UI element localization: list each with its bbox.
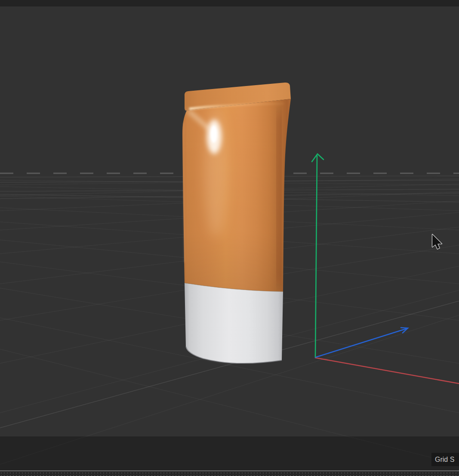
grid-status-tooltip: Grid S bbox=[431, 453, 459, 466]
y-axis bbox=[312, 154, 323, 357]
tube-body-shading bbox=[182, 99, 291, 292]
timeline-ruler[interactable] bbox=[0, 470, 459, 476]
world-axes bbox=[312, 154, 459, 384]
safe-frame-dim-region bbox=[0, 436, 459, 470]
x-axis bbox=[315, 358, 459, 384]
tube-cap bbox=[185, 283, 283, 363]
viewport[interactable] bbox=[0, 0, 459, 476]
3d-app-window: { "window": { "top_bar_color": "#232323"… bbox=[0, 0, 459, 476]
timeline-tick-dots bbox=[1, 473, 459, 473]
timeline-separator bbox=[0, 470, 459, 471]
grid-status-label: Grid S bbox=[435, 456, 454, 463]
top-bar bbox=[0, 0, 459, 6]
cosmetic-tube-object[interactable] bbox=[182, 83, 291, 363]
